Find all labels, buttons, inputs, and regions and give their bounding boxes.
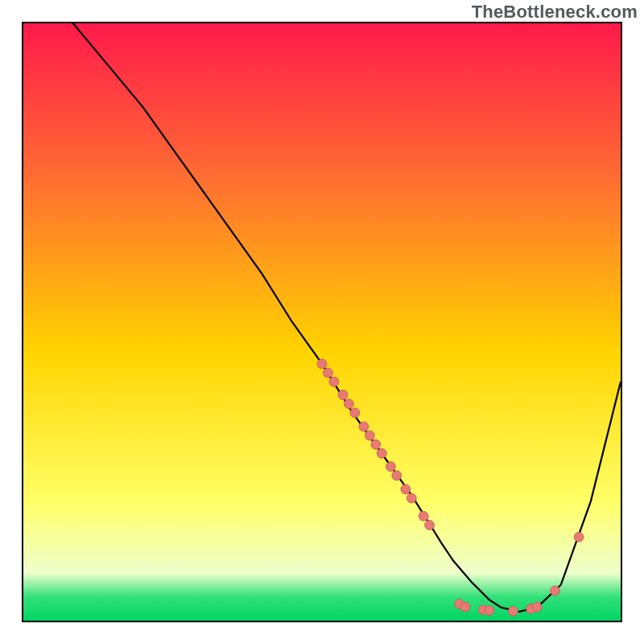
data-marker [329, 377, 339, 386]
bottleneck-curve [23, 23, 621, 612]
data-marker [550, 586, 559, 596]
data-marker [419, 511, 428, 521]
data-marker [365, 431, 374, 440]
chart-foreground [23, 23, 621, 621]
plot-area [22, 22, 622, 622]
data-marker [338, 390, 348, 400]
chart-stage: TheBottleneck.com [0, 0, 644, 644]
data-marker [460, 602, 470, 612]
data-marker [344, 399, 353, 409]
data-marker [509, 606, 518, 616]
data-marker [485, 605, 494, 615]
data-marker [377, 448, 386, 458]
data-markers [317, 359, 584, 616]
data-marker [359, 422, 369, 431]
data-marker [407, 493, 416, 503]
data-marker [350, 408, 360, 418]
data-marker [401, 485, 411, 494]
data-marker [425, 520, 435, 530]
data-marker [323, 368, 332, 378]
data-marker [371, 440, 381, 449]
data-marker [386, 462, 395, 472]
data-marker [574, 532, 584, 542]
data-marker [532, 602, 542, 612]
data-marker [392, 471, 402, 481]
data-marker [317, 359, 327, 369]
watermark-text: TheBottleneck.com [472, 2, 638, 23]
